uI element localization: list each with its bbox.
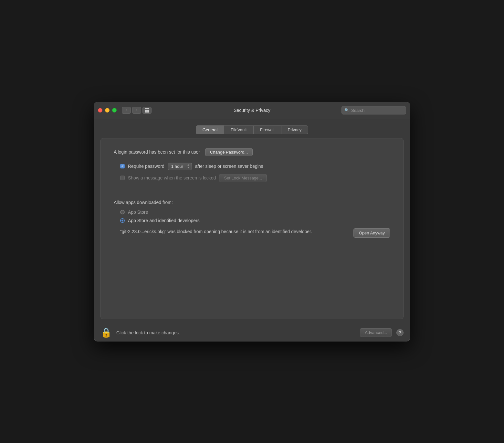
- dropdown-arrows: ▲ ▼: [187, 164, 190, 169]
- lock-message-checkbox[interactable]: [120, 176, 125, 180]
- dropdown-value: 1 hour: [171, 164, 183, 169]
- tab-general[interactable]: General: [196, 125, 224, 134]
- lock-message-label: Show a message when the screen is locked: [128, 175, 216, 180]
- app-store-identified-label: App Store and identified developers: [128, 218, 200, 223]
- set-lock-message-button[interactable]: Set Lock Message...: [219, 174, 267, 182]
- open-anyway-button[interactable]: Open Anyway: [353, 228, 390, 238]
- password-row: A login password has been set for this u…: [114, 148, 390, 156]
- tab-filevault[interactable]: FileVault: [224, 125, 254, 134]
- lock-message-row: Show a message when the screen is locked…: [120, 174, 390, 182]
- tab-firewall[interactable]: Firewall: [254, 125, 281, 134]
- close-button[interactable]: [98, 108, 102, 113]
- app-store-label: App Store: [128, 210, 148, 215]
- tab-privacy[interactable]: Privacy: [281, 125, 309, 134]
- require-password-row: ✓ Require password 1 hour ▲ ▼ after slee…: [120, 163, 390, 170]
- app-store-identified-radio-row: App Store and identified developers: [120, 218, 390, 223]
- app-store-radio[interactable]: [120, 210, 125, 214]
- search-placeholder: Search: [351, 108, 364, 113]
- grid-icon: [145, 108, 149, 113]
- general-panel: A login password has been set for this u…: [100, 138, 404, 319]
- tabs: General FileVault Firewall Privacy: [100, 125, 404, 134]
- lock-text: Click the lock to make changes.: [116, 330, 355, 335]
- app-store-radio-row: App Store: [120, 210, 390, 215]
- require-password-checkbox[interactable]: ✓: [120, 164, 125, 168]
- lock-icon[interactable]: 🔒: [100, 328, 112, 337]
- blocked-message-row: “git-2.23.0...ericks.pkg” was blocked fr…: [120, 228, 390, 238]
- content-area: General FileVault Firewall Privacy A log…: [94, 119, 410, 324]
- require-password-label: Require password: [128, 164, 164, 169]
- allow-apps-section: Allow apps downloaded from: App Store Ap…: [114, 200, 390, 238]
- password-label: A login password has been set for this u…: [114, 149, 200, 155]
- blocked-message-text: “git-2.23.0...ericks.pkg” was blocked fr…: [120, 228, 347, 235]
- minimize-button[interactable]: [105, 108, 110, 113]
- grid-view-button[interactable]: [142, 107, 152, 114]
- maximize-button[interactable]: [112, 108, 117, 113]
- checkmark-icon: ✓: [121, 165, 124, 168]
- advanced-button[interactable]: Advanced...: [360, 328, 392, 337]
- up-arrow-icon: ▲: [187, 164, 190, 166]
- nav-buttons: ‹ ›: [122, 107, 141, 114]
- divider: [114, 192, 390, 192]
- main-window: ‹ › Security & Privacy 🔍 Search General …: [94, 102, 410, 341]
- back-button[interactable]: ‹: [122, 107, 131, 114]
- after-label: after sleep or screen saver begins: [195, 164, 263, 169]
- app-store-identified-radio[interactable]: [120, 218, 125, 223]
- down-arrow-icon: ▼: [187, 167, 190, 169]
- window-title: Security & Privacy: [234, 108, 270, 113]
- back-icon: ‹: [126, 108, 127, 113]
- help-button[interactable]: ?: [396, 329, 404, 336]
- password-timeout-dropdown-wrapper: 1 hour ▲ ▼: [168, 163, 192, 170]
- password-timeout-dropdown[interactable]: 1 hour ▲ ▼: [168, 163, 192, 170]
- bottom-bar: 🔒 Click the lock to make changes. Advanc…: [94, 324, 410, 341]
- search-box[interactable]: 🔍 Search: [341, 106, 406, 114]
- forward-icon: ›: [136, 108, 137, 113]
- search-icon: 🔍: [344, 108, 349, 113]
- titlebar: ‹ › Security & Privacy 🔍 Search: [94, 102, 410, 119]
- allow-apps-title: Allow apps downloaded from:: [114, 200, 390, 205]
- help-icon: ?: [399, 330, 401, 335]
- forward-button[interactable]: ›: [132, 107, 141, 114]
- change-password-button[interactable]: Change Password...: [205, 148, 253, 156]
- traffic-lights: [98, 108, 117, 113]
